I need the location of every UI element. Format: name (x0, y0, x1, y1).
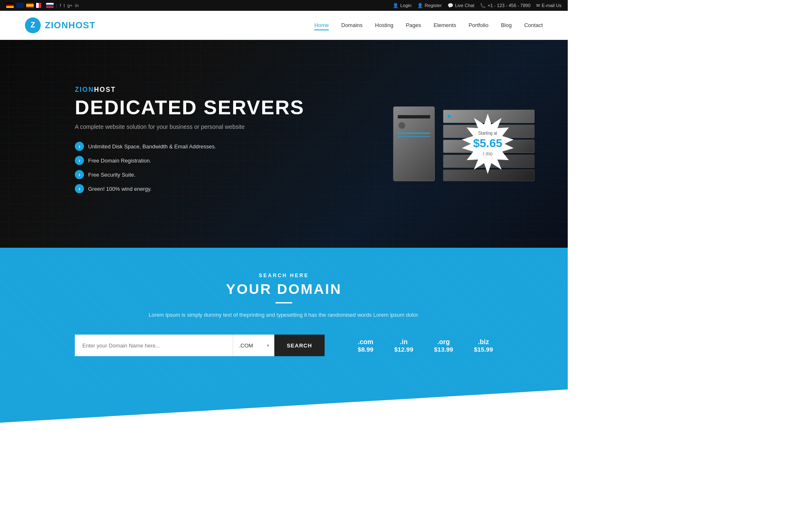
bullet-1 (75, 142, 84, 151)
top-bar-right: 👤 Login 👤 Register 💬 Live Chat 📞 +1 - 12… (393, 3, 562, 8)
top-bar: | f t g+ in 👤 Login 👤 Register 💬 Live Ch… (0, 0, 568, 11)
hero-section: Starting at $5.65 / mo ZIONHOST DEDICATE… (0, 40, 568, 248)
badge-content: Starting at $5.65 / mo (473, 131, 502, 158)
nav-blog[interactable]: Blog (501, 20, 512, 30)
domain-select-wrapper: .COM .NET .ORG .BIZ .IN ▼ (233, 335, 274, 356)
bullet-4 (75, 184, 84, 193)
price-in: .in $12.99 (394, 338, 413, 353)
hero-tagline: ZIONHOST (75, 86, 568, 94)
search-button[interactable]: SEARCH (274, 335, 325, 356)
login-link[interactable]: 👤 Login (393, 3, 411, 8)
domain-section: SEARCH HERE YOUR DOMAIN Lorem Ipsum is s… (0, 248, 568, 389)
domain-underline (276, 302, 292, 303)
phone-icon: 📞 (480, 3, 486, 8)
domain-prices: .com $8.99 .in $12.99 .org $13.99 .biz $… (358, 338, 493, 353)
price-biz: .biz $15.99 (474, 338, 493, 353)
divider: | (56, 3, 57, 8)
nav-pages[interactable]: Pages (406, 20, 421, 30)
nav-hosting[interactable]: Hosting (375, 20, 393, 30)
livechat-link[interactable]: 💬 Live Chat (448, 3, 474, 8)
price-badge: Starting at $5.65 / mo (458, 114, 518, 174)
flag-gb[interactable] (16, 3, 24, 8)
register-icon: 👤 (417, 3, 423, 8)
main-nav: Home Domains Hosting Pages Elements Port… (314, 20, 543, 30)
domain-extension-select[interactable]: .COM .NET .ORG .BIZ .IN (233, 335, 274, 356)
domain-title: YOUR DOMAIN (17, 281, 551, 297)
twitter-icon[interactable]: t (64, 3, 65, 8)
starburst: Starting at $5.65 / mo (458, 114, 518, 174)
linkedin-icon[interactable]: in (75, 3, 79, 8)
logo[interactable]: Z ZIONHOST (25, 17, 96, 33)
phone-link[interactable]: 📞 +1 - 123 - 456 - 7890 (480, 3, 530, 8)
nav-contact[interactable]: Contact (524, 20, 543, 30)
domain-description: Lorem Ipsum is simply dummy text of thep… (17, 312, 551, 318)
flag-fr[interactable] (36, 3, 44, 8)
price-com: .com $8.99 (358, 338, 374, 353)
top-bar-left: | f t g+ in (6, 3, 79, 8)
header: Z ZIONHOST Home Domains Hosting Pages El… (0, 11, 568, 40)
diagonal-divider (0, 389, 568, 423)
email-icon: ✉ (536, 3, 540, 8)
nav-domains[interactable]: Domains (341, 20, 362, 30)
nav-home[interactable]: Home (314, 20, 329, 30)
feature-item-4: Green! 100% wind energy. (75, 184, 568, 193)
flag-de[interactable] (6, 3, 14, 8)
logo-text: ZIONHOST (45, 20, 96, 31)
facebook-icon[interactable]: f (60, 3, 61, 8)
price-org: .org $13.99 (434, 338, 453, 353)
user-icon: 👤 (393, 3, 399, 8)
domain-search-row: .COM .NET .ORG .BIZ .IN ▼ SEARCH (75, 335, 325, 356)
bullet-2 (75, 156, 84, 165)
chat-icon: 💬 (448, 3, 453, 8)
register-link[interactable]: 👤 Register (417, 3, 442, 8)
bullet-3 (75, 170, 84, 179)
domain-search-container: .COM .NET .ORG .BIZ .IN ▼ SEARCH .com $8… (17, 335, 551, 356)
logo-icon: Z (25, 17, 41, 33)
nav-elements[interactable]: Elements (433, 20, 456, 30)
email-link[interactable]: ✉ E-mail Us (536, 3, 562, 8)
bottom-wave (0, 389, 568, 423)
domain-label: SEARCH HERE (17, 273, 551, 278)
flag-es[interactable] (26, 3, 34, 8)
nav-portfolio[interactable]: Portfolio (468, 20, 488, 30)
googleplus-icon[interactable]: g+ (67, 3, 73, 8)
domain-search-input[interactable] (75, 335, 233, 356)
flag-ru[interactable] (46, 3, 54, 8)
